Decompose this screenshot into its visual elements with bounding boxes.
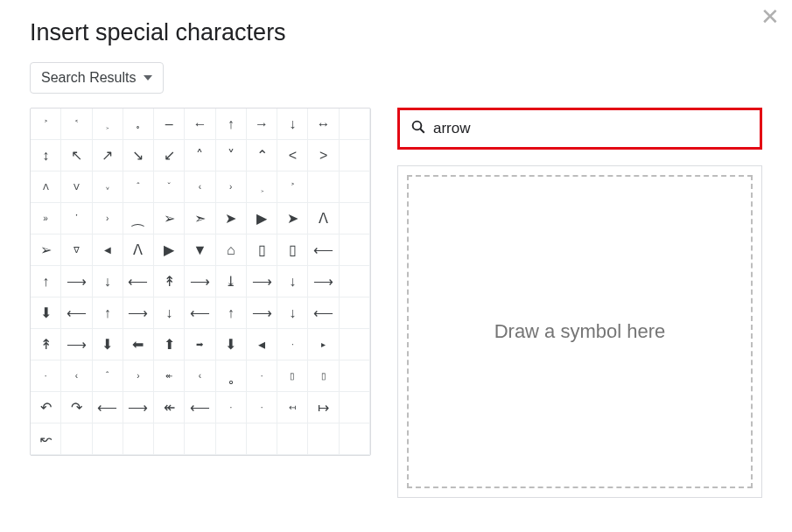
char-cell[interactable]: ⟶ [61,329,92,360]
char-cell[interactable]: ⌃ [247,140,277,172]
char-cell[interactable]: ᵥ [93,172,123,203]
category-dropdown[interactable]: Search Results [30,62,164,94]
char-cell[interactable]: ➢ [154,203,185,234]
char-cell[interactable]: ˳ [216,360,247,392]
char-cell[interactable]: ➢ [31,234,61,266]
char-cell[interactable]: ▯ [308,360,339,392]
char-cell[interactable]: ↘ [123,140,154,172]
char-cell[interactable]: ⟶ [185,266,215,298]
char-cell[interactable]: ↖ [61,140,92,172]
char-cell[interactable]: ↗ [93,140,123,172]
char-cell[interactable]: ⟵ [308,234,339,266]
char-cell[interactable]: ▶ [154,234,185,266]
char-cell[interactable]: ⟵ [308,298,339,329]
char-cell[interactable]: ↓ [154,298,185,329]
char-cell[interactable]: ↑ [93,298,123,329]
char-cell[interactable]: ↓ [93,266,123,298]
char-cell[interactable]: ⤓ [216,266,247,298]
char-cell[interactable]: ▯ [277,360,308,392]
char-cell[interactable]: ⬆ [154,329,185,360]
char-cell[interactable]: › [216,172,247,203]
char-cell[interactable]: ˃ [31,108,61,140]
char-cell[interactable]: ⬇ [216,329,247,360]
char-cell[interactable]: ↔ [308,108,339,140]
char-cell[interactable]: ˆ [93,360,123,392]
char-cell[interactable]: ↞ [154,392,185,424]
char-cell[interactable]: ˳ [123,108,154,140]
char-cell[interactable]: ↟ [31,329,61,360]
char-cell[interactable]: → [247,108,277,140]
char-cell[interactable]: ⟶ [247,266,277,298]
char-cell[interactable]: ← [185,108,215,140]
char-cell[interactable]: ▼ [185,234,215,266]
char-cell[interactable]: · [247,360,277,392]
char-cell[interactable]: ˅ [216,140,247,172]
char-cell[interactable]: ↶ [31,392,61,424]
char-cell[interactable]: ↷ [61,392,92,424]
search-input[interactable] [433,120,749,137]
char-cell[interactable]: ˇ [154,172,185,203]
char-cell[interactable]: ⟶ [61,266,92,298]
char-cell[interactable]: ➤ [277,203,308,234]
char-cell[interactable]: ▸ [308,329,339,360]
char-cell[interactable]: ⟶ [123,298,154,329]
char-cell[interactable]: ➡ [185,329,215,360]
char-cell[interactable]: ↕ [31,140,61,172]
char-cell[interactable]: ᐱ [31,172,61,203]
char-cell[interactable]: < [277,140,308,172]
search-box[interactable] [397,108,762,150]
char-cell[interactable]: · [31,360,61,392]
char-cell[interactable]: – [154,108,185,140]
char-cell[interactable]: ⬅ [123,329,154,360]
char-cell[interactable]: ⁔ [123,203,154,234]
char-cell[interactable]: ↤ [277,392,308,424]
char-cell[interactable]: ˄ [185,140,215,172]
char-cell[interactable]: ↑ [216,108,247,140]
char-cell[interactable]: ⟵ [185,298,215,329]
char-cell[interactable]: > [308,140,339,172]
char-cell[interactable]: ᐁ [61,234,92,266]
char-cell[interactable]: ᾽ [61,203,92,234]
char-cell[interactable]: ⟶ [308,266,339,298]
char-cell[interactable]: ↟ [154,266,185,298]
char-cell[interactable]: ˆ [123,172,154,203]
char-cell[interactable]: ▯ [247,234,277,266]
char-cell[interactable]: ˲ [247,172,277,203]
char-cell[interactable]: ↓ [277,298,308,329]
char-cell[interactable]: · [277,329,308,360]
char-cell[interactable]: ⟶ [247,298,277,329]
char-cell[interactable]: ‹ [61,360,92,392]
char-cell[interactable]: ▯ [277,234,308,266]
char-cell[interactable]: » [31,203,61,234]
char-cell[interactable]: ↑ [216,298,247,329]
char-cell[interactable]: ‹ [185,172,215,203]
char-cell[interactable]: ᐯ [61,172,92,203]
char-cell[interactable]: ⟵ [123,266,154,298]
char-cell[interactable]: · [216,392,247,424]
char-cell[interactable]: ⟵ [185,392,215,424]
char-cell[interactable]: ▶ [247,203,277,234]
char-cell[interactable]: ‹ [185,360,215,392]
char-cell[interactable]: ⌂ [216,234,247,266]
char-cell[interactable]: ◀ [93,234,123,266]
char-cell[interactable]: ➤ [216,203,247,234]
char-cell[interactable]: ↞ [154,360,185,392]
char-cell[interactable]: ➣ [185,203,215,234]
char-cell[interactable]: ᐱ [308,203,339,234]
char-cell[interactable]: ⟶ [123,392,154,424]
char-cell[interactable]: ↙ [154,140,185,172]
char-cell[interactable]: ↜ [31,424,61,455]
char-cell[interactable]: ⬇ [93,329,123,360]
char-cell[interactable]: ᐱ [123,234,154,266]
close-icon[interactable]: ✕ [760,5,780,28]
char-cell[interactable]: › [93,203,123,234]
char-cell[interactable]: ⟵ [61,298,92,329]
char-cell[interactable]: ˲ [93,108,123,140]
char-cell[interactable]: ⟵ [93,392,123,424]
draw-canvas[interactable]: Draw a symbol here [407,175,753,488]
char-cell[interactable]: ˃ [277,172,308,203]
char-cell[interactable]: ↓ [277,266,308,298]
char-cell[interactable]: ↑ [31,266,61,298]
char-cell[interactable]: ↦ [308,392,339,424]
char-cell[interactable]: ◂ [247,329,277,360]
